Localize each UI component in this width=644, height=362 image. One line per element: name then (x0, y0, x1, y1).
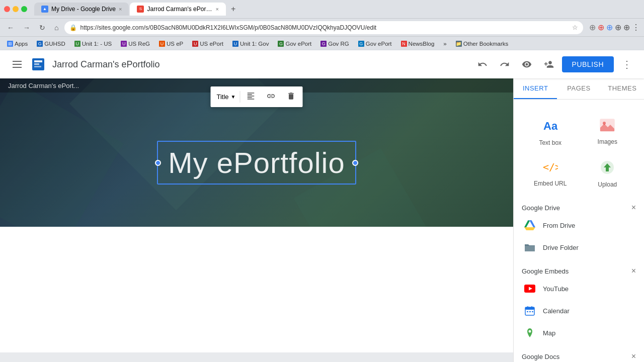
unit1us-bm-icon: U (74, 41, 80, 47)
tab-favicon-eport: S (137, 6, 144, 13)
youtube-icon (524, 283, 536, 295)
from-drive-item[interactable]: From Drive (514, 214, 644, 236)
bookmark-usep[interactable]: U US eP (156, 40, 186, 48)
bookmark-newsblog-label: NewsBlog (409, 41, 435, 47)
svg-rect-14 (525, 307, 534, 310)
close-dot[interactable] (4, 6, 10, 12)
refresh-button[interactable]: ↻ (36, 22, 48, 34)
bookmark-goveport[interactable]: G Gov ePort (275, 40, 314, 48)
title-selection-box: My ePortfolio (157, 141, 356, 185)
govrg-bm-icon: G (320, 41, 327, 47)
content-section[interactable] (0, 227, 513, 352)
tab-close-eport[interactable]: × (215, 6, 218, 12)
bookmark-newsblog[interactable]: N NewsBlog (398, 40, 438, 48)
hamburger-menu-button[interactable] (8, 55, 26, 73)
bookmark-apps-label: Apps (15, 41, 28, 47)
bookmark-unit1gov-label: Unit 1: Gov (240, 41, 269, 47)
app-layout: Jarrod Carman's ePortfolio (0, 50, 644, 362)
svg-rect-16 (531, 306, 532, 309)
app-bar: Jarrod Carman's ePortfolio (0, 50, 644, 78)
more-options-button[interactable]: ⋮ (618, 56, 636, 72)
tab-pages[interactable]: PAGES (557, 78, 600, 99)
panel-content: Aa Text box Images (514, 100, 644, 362)
bookmark-guhsd[interactable]: G GUHSD (34, 40, 68, 48)
bookmark-more[interactable]: » (440, 40, 449, 48)
svg-rect-18 (529, 311, 531, 312)
forward-button[interactable]: → (20, 22, 33, 34)
extension-icon-4[interactable]: ⊕ (615, 23, 621, 32)
extension-icon-3[interactable]: ⊕ (606, 23, 613, 32)
svg-rect-0 (13, 61, 22, 62)
extension-icon-2[interactable]: ⊕ (598, 23, 604, 32)
text-box-label: Text box (539, 139, 561, 146)
chrome-menu-icon[interactable]: ⋮ (632, 23, 640, 32)
maximize-dot[interactable] (21, 6, 27, 12)
bookmark-usreg-label: US ReG (128, 41, 150, 47)
svg-rect-2 (13, 67, 22, 68)
tab-favicon-drive: ▲ (41, 6, 48, 13)
tab-insert[interactable]: INSERT (514, 78, 557, 99)
svg-point-20 (529, 330, 531, 333)
insert-images[interactable]: Images (579, 112, 636, 153)
tab-my-drive[interactable]: ▲ My Drive - Google Drive × (34, 3, 129, 16)
title-text-container[interactable]: My ePortfolio (157, 141, 356, 185)
new-tab-button[interactable]: + (227, 3, 239, 16)
bookmark-unit1us[interactable]: U Unit 1: - US (71, 40, 115, 48)
publish-button[interactable]: PUBLISH (562, 56, 614, 72)
google-embeds-title: Google Embeds (522, 267, 569, 275)
address-bar[interactable]: 🔒 https://sites.google.com/s/0B0SacN80MU… (64, 21, 583, 34)
drive-folder-item[interactable]: Drive Folder (514, 236, 644, 258)
delete-button[interactable] (281, 88, 300, 105)
align-button[interactable] (241, 88, 260, 105)
bookmark-star-icon[interactable]: ☆ (572, 24, 578, 31)
youtube-item[interactable]: YouTube (514, 278, 644, 300)
minimize-dot[interactable] (13, 6, 19, 12)
bookmark-goveport2[interactable]: G Gov ePort (355, 40, 395, 48)
extension-icon-1[interactable]: ⊕ (589, 23, 596, 32)
link-button[interactable] (261, 88, 280, 105)
home-button[interactable]: ⌂ (51, 22, 61, 34)
address-text: https://sites.google.com/s/0B0SacN80MU0D… (80, 24, 569, 31)
bookmark-useport[interactable]: U US ePort (189, 40, 226, 48)
tab-themes[interactable]: THEMES (601, 78, 644, 99)
svg-text:</>: </> (543, 161, 558, 173)
tab-eportfolio[interactable]: S Jarrod Carman's ePortfolio × (130, 3, 225, 16)
browser-extension-icons: ⊕ ⊕ ⊕ ⊕ ⊕ ⋮ (589, 23, 640, 32)
bookmark-useport-label: US ePort (200, 41, 223, 47)
insert-text-box[interactable]: Aa Text box (522, 112, 579, 153)
apps-bm-icon: ⊞ (7, 41, 13, 47)
map-item[interactable]: Map (514, 322, 644, 344)
preview-button[interactable] (518, 55, 536, 73)
bookmark-govrg-label: Gov RG (328, 41, 349, 47)
bookmark-apps[interactable]: ⊞ Apps (4, 40, 31, 48)
google-drive-collapse[interactable]: × (631, 203, 636, 212)
google-embeds-collapse[interactable]: × (631, 266, 636, 276)
undo-button[interactable] (473, 55, 492, 73)
redo-button[interactable] (496, 55, 514, 73)
tab-close-drive[interactable]: × (119, 6, 122, 12)
google-docs-section: Google Docs × (514, 348, 644, 362)
title-style-dropdown[interactable]: Title ▼ (213, 91, 240, 103)
calendar-item[interactable]: Calendar (514, 300, 644, 322)
google-embeds-section: Google Embeds × YouTube (514, 262, 644, 344)
hero-section[interactable]: Jarrod Carman's ePort... Title ▼ (0, 78, 513, 227)
tab-label-eport: Jarrod Carman's ePortfolio (147, 6, 212, 13)
images-icon (600, 119, 615, 135)
unit1gov-bm-icon: U (232, 41, 238, 47)
bookmark-unit1gov[interactable]: U Unit 1: Gov (229, 40, 272, 48)
insert-embed-url[interactable]: </> Embed URL (522, 153, 579, 195)
google-docs-collapse[interactable]: × (631, 352, 636, 361)
bookmark-govrg[interactable]: G Gov RG (317, 40, 352, 48)
extension-icon-5[interactable]: ⊕ (623, 23, 630, 32)
add-user-button[interactable] (540, 55, 558, 73)
other-bm-icon: 📁 (456, 41, 462, 47)
main-content: Jarrod Carman's ePort... Title ▼ (0, 78, 644, 362)
page-header-title: Jarrod Carman's ePort... (8, 82, 79, 89)
insert-upload[interactable]: Upload (579, 153, 636, 195)
svg-rect-6 (34, 66, 41, 67)
bookmark-other[interactable]: 📁 Other Bookmarks (453, 40, 511, 48)
embed-url-label: Embed URL (534, 180, 567, 187)
hero-title[interactable]: My ePortfolio (168, 146, 345, 179)
bookmark-usreg[interactable]: U US ReG (118, 40, 153, 48)
back-button[interactable]: ← (4, 22, 17, 34)
